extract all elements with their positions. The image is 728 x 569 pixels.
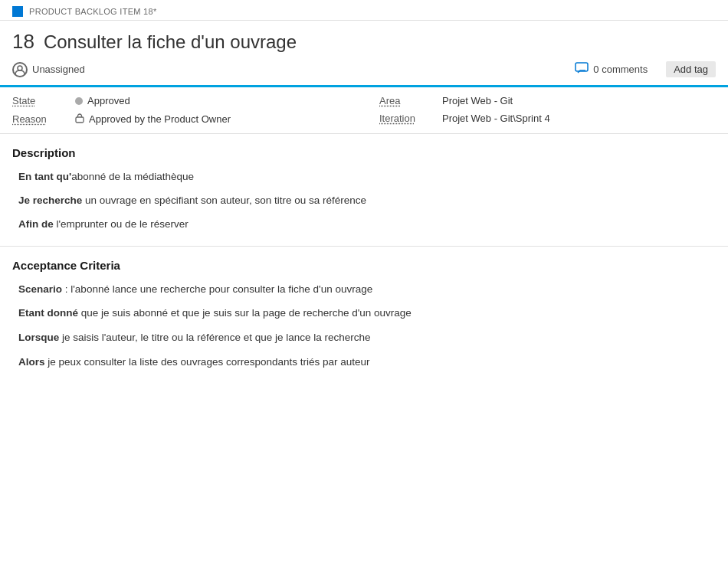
item-number: 18 [12,30,34,54]
state-text: Approved [87,95,130,106]
acceptance-title: Acceptance Criteria [12,259,716,272]
fields-row: State Approved Reason Approved by the Pr… [0,87,728,134]
acceptance-line1-bold: Scenario [18,283,62,295]
acceptance-section: Acceptance Criteria Scenario : l'abonné … [0,247,728,384]
acceptance-content: Scenario : l'abonné lance une recherche … [12,281,716,370]
assigned-user: Unassigned [12,62,85,77]
state-field-row: State Approved [12,95,349,106]
add-tag-button[interactable]: Add tag [666,61,716,77]
user-icon [12,62,28,77]
acceptance-line4-bold: Alors [18,356,45,368]
acceptance-line1-rest: : l'abonné lance une recherche pour cons… [62,283,372,295]
svg-rect-2 [76,117,84,123]
area-field-row: Area Projet Web - Git [379,95,716,106]
area-label: Area [379,95,433,106]
area-value: Projet Web - Git [442,95,513,106]
description-section: Description En tant qu'abonné de la médi… [0,134,728,247]
fields-right: Area Projet Web - Git Iteration Projet W… [349,95,716,126]
comments-count: 0 comments [593,64,648,75]
iteration-value: Projet Web - Git\Sprint 4 [442,113,550,124]
description-line2: Je recherche un ouvrage en spécifiant so… [18,192,710,210]
state-dot [75,97,83,105]
reason-value: Approved by the Product Owner [75,113,231,126]
header-bar: PRODUCT BACKLOG ITEM 18* [0,0,728,21]
description-line1-rest: abonné de la médiathèque [71,171,194,182]
iteration-label: Iteration [379,113,433,124]
description-line1: En tant qu'abonné de la médiathèque [18,168,710,186]
fields-left: State Approved Reason Approved by the Pr… [12,95,349,126]
reason-text: Approved by the Product Owner [89,113,231,125]
meta-row: Unassigned 0 comments Add tag [0,61,728,87]
acceptance-line2-bold: Etant donné [18,307,78,319]
acceptance-line4-rest: je peux consulter la liste des ouvrages … [45,356,370,368]
acceptance-line3-rest: je saisis l'auteur, le titre ou la référ… [59,332,370,343]
reason-label: Reason [12,113,66,125]
svg-point-0 [18,66,22,70]
description-line3-rest: l'emprunter ou de le réserver [54,218,189,230]
item-title: Consulter la fiche d'un ouvrage [44,31,297,53]
acceptance-line2-rest: que je suis abonné et que je suis sur la… [78,307,412,319]
comment-icon [575,62,589,77]
description-title: Description [12,146,716,159]
acceptance-line1: Scenario : l'abonné lance une recherche … [18,281,710,298]
header-label: PRODUCT BACKLOG ITEM 18* [29,7,157,16]
iteration-field-row: Iteration Projet Web - Git\Sprint 4 [379,113,716,124]
description-line3-bold: Afin de [18,218,54,230]
acceptance-line2: Etant donné que je suis abonné et que je… [18,305,710,322]
acceptance-line3: Lorsque je saisis l'auteur, le titre ou … [18,329,710,346]
description-line2-rest: un ouvrage en spécifiant son auteur, son… [82,195,366,206]
acceptance-line3-bold: Lorsque [18,332,59,343]
lock-icon [75,113,84,126]
description-line3: Afin de l'emprunter ou de le réserver [18,216,710,234]
description-line1-bold: En tant qu' [18,171,71,182]
state-value: Approved [75,95,130,106]
assigned-label: Unassigned [32,64,85,75]
backlog-icon [12,6,23,17]
acceptance-line4: Alors je peux consulter la liste des ouv… [18,354,710,371]
description-content: En tant qu'abonné de la médiathèque Je r… [12,168,716,234]
description-line2-bold: Je recherche [18,195,82,206]
reason-field-row: Reason Approved by the Product Owner [12,113,349,126]
comments-section: 0 comments [575,62,648,77]
state-label: State [12,95,66,106]
title-row: 18 Consulter la fiche d'un ouvrage [0,21,728,61]
